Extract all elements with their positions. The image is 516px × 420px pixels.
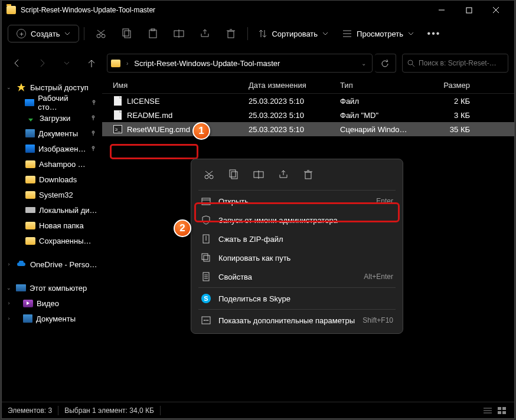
svg-rect-64 [204, 255, 210, 261]
recent-button[interactable] [57, 54, 76, 73]
sidebar-item-folder[interactable]: Ashampoo … [2, 156, 102, 172]
scissors-icon [204, 169, 214, 180]
col-name[interactable]: Имя [113, 81, 249, 90]
sidebar-item-desktop[interactable]: Рабочий сто… [2, 95, 102, 110]
col-date[interactable]: Дата изменения [249, 81, 340, 90]
svg-point-71 [204, 320, 204, 320]
col-size[interactable]: Размер [423, 81, 470, 90]
chevron-down-icon[interactable]: ⌄ [359, 60, 368, 67]
status-bar: Элементов: 3 Выбран 1 элемент: 34,0 КБ [2, 402, 514, 418]
annotation-callout-1: 1 [192, 122, 210, 140]
file-row[interactable]: LICENSE 25.03.2023 5:10 Файл 2 КБ [102, 94, 514, 108]
new-button[interactable]: ＋ Создать [8, 25, 79, 42]
ctx-zip[interactable]: Сжать в ZIP-файл [195, 229, 399, 248]
sidebar-item-images[interactable]: Изображен… [2, 141, 102, 156]
folder-icon [25, 160, 35, 168]
properties-icon [201, 271, 211, 282]
svg-rect-45 [498, 407, 501, 410]
minimize-button[interactable] [428, 1, 455, 19]
ctx-show-more[interactable]: Показать дополнительные параметры Shift+… [195, 311, 399, 330]
sidebar-item-docs[interactable]: ›Документы [2, 311, 102, 326]
documents-icon [25, 129, 35, 137]
more-button[interactable]: ••• [422, 23, 446, 44]
column-headers[interactable]: Имя Дата изменения Тип Размер [102, 76, 514, 94]
view-grid-button[interactable] [495, 405, 508, 416]
share-icon [278, 169, 289, 180]
skype-icon: S [201, 294, 211, 303]
paste-button[interactable] [141, 23, 165, 44]
share-button[interactable] [193, 23, 217, 44]
copy-icon [229, 169, 239, 180]
window-title: Script-Reset-Windows-Update-Tool-master [21, 6, 155, 14]
folder-icon [25, 222, 35, 229]
toolbar: ＋ Создать Сортировать Просмотреть ••• [2, 19, 514, 48]
svg-rect-65 [202, 254, 208, 260]
chevron-down-icon: ⌄ [5, 285, 12, 291]
copy-button[interactable] [115, 23, 139, 44]
sort-icon [259, 29, 267, 38]
sidebar-item-folder[interactable]: Downloads [2, 172, 102, 187]
up-button[interactable] [82, 54, 101, 73]
file-row[interactable]: README.md 25.03.2023 5:10 Файл "MD" 3 КБ [102, 108, 514, 122]
delete-button[interactable] [219, 23, 243, 44]
ctx-properties[interactable]: Свойства Alt+Enter [195, 267, 399, 286]
sidebar-item-folder[interactable]: Сохраненны… [2, 233, 102, 248]
sidebar-item-disk[interactable]: Локальный ди… [2, 202, 102, 218]
breadcrumb-item[interactable]: Script-Reset-Windows-Update-Tool-master [134, 59, 280, 68]
address-bar[interactable]: › Script-Reset-Windows-Update-Tool-maste… [107, 54, 373, 73]
svg-rect-47 [498, 411, 501, 414]
sidebar-thispc[interactable]: ⌄Этот компьютер [2, 280, 102, 296]
pin-icon [90, 130, 99, 136]
col-type[interactable]: Тип [340, 81, 423, 90]
ctx-skype[interactable]: S Поделиться в Skype [195, 289, 399, 308]
ctx-copy-button[interactable] [223, 165, 244, 184]
sidebar-item-folder[interactable]: System32 [2, 187, 102, 202]
ctx-delete-button[interactable] [298, 165, 319, 184]
svg-rect-53 [231, 172, 237, 179]
forward-button[interactable] [32, 54, 51, 73]
ctx-share-button[interactable] [273, 165, 294, 184]
view-label: Просмотреть [357, 29, 403, 38]
address-bar-row: › Script-Reset-Windows-Update-Tool-maste… [2, 50, 514, 76]
annotation-highlight-1 [110, 144, 198, 159]
view-list-button[interactable] [481, 405, 494, 416]
pin-icon [91, 100, 99, 106]
more-icon [201, 315, 211, 326]
download-icon [25, 113, 36, 123]
annotation-highlight-2 [194, 202, 400, 222]
status-selection: Выбран 1 элемент: 34,0 КБ [64, 406, 154, 415]
sidebar-onedrive[interactable]: ›OneDrive - Perso… [2, 257, 102, 272]
svg-point-23 [408, 60, 413, 65]
chevron-right-icon: › [124, 60, 130, 67]
file-row-selected[interactable]: ≥_ResetWUEng.cmd 25.03.2023 5:10 Сценари… [102, 122, 514, 136]
view-button[interactable]: Просмотреть [337, 26, 420, 42]
context-menu: Открыть Enter Запуск от имени администра… [191, 159, 403, 334]
sidebar-item-downloads[interactable]: Загрузки [2, 110, 102, 126]
sort-button[interactable]: Сортировать [253, 25, 334, 42]
disk-icon [25, 207, 35, 213]
search-input[interactable]: Поиск в: Script-Reset-… [402, 54, 508, 73]
ctx-copy-path[interactable]: Копировать как путь [195, 248, 399, 267]
cut-button[interactable] [89, 23, 113, 44]
chevron-right-icon: › [5, 261, 12, 267]
pin-icon [90, 115, 99, 121]
refresh-button[interactable] [375, 54, 396, 73]
svg-rect-14 [228, 31, 234, 38]
ctx-cut-button[interactable] [198, 165, 220, 184]
sidebar-item-folder[interactable]: Новая папка [2, 218, 102, 233]
context-menu-quick-actions [195, 163, 399, 189]
sidebar-item-videos[interactable]: ›Видео [2, 296, 102, 311]
rename-icon [174, 29, 184, 38]
cmd-icon: ≥_ [113, 124, 122, 134]
sidebar-item-documents[interactable]: Документы [2, 126, 102, 141]
ctx-rename-button[interactable] [248, 165, 269, 184]
back-button[interactable] [8, 54, 27, 73]
sidebar-quick-access[interactable]: ⌄ Быстрый доступ [2, 80, 102, 95]
svg-point-73 [207, 320, 208, 320]
folder-icon [25, 191, 35, 199]
maximize-button[interactable] [455, 1, 482, 19]
svg-rect-54 [230, 170, 236, 177]
copy-icon [122, 28, 132, 39]
rename-button[interactable] [167, 23, 191, 44]
close-button[interactable] [482, 1, 510, 19]
